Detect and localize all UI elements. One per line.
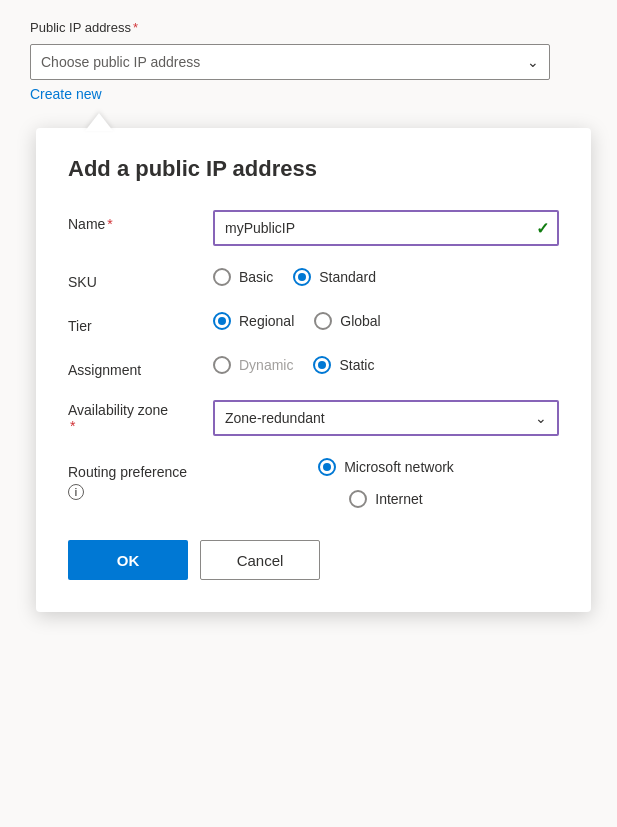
routing-microsoft-label: Microsoft network xyxy=(344,459,454,475)
availability-zone-row: Availability zone * Zone-redundant ⌄ xyxy=(68,400,559,436)
tier-regional-option[interactable]: Regional xyxy=(213,312,294,330)
tier-label: Tier xyxy=(68,312,213,334)
sku-basic-label: Basic xyxy=(239,269,273,285)
routing-info-icon[interactable]: i xyxy=(68,484,84,500)
create-new-link[interactable]: Create new xyxy=(30,86,102,102)
check-icon: ✓ xyxy=(536,219,549,238)
routing-internet-option[interactable]: Internet xyxy=(349,490,422,508)
availability-zone-dropdown[interactable]: Zone-redundant ⌄ xyxy=(213,400,559,436)
sku-row: SKU Basic Standard xyxy=(68,268,559,290)
name-label: Name* xyxy=(68,210,213,232)
tier-global-radio[interactable] xyxy=(314,312,332,330)
availability-chevron-icon: ⌄ xyxy=(535,410,547,426)
availability-zone-controls: Zone-redundant ⌄ xyxy=(213,400,559,436)
name-input[interactable] xyxy=(213,210,559,246)
sku-standard-option[interactable]: Standard xyxy=(293,268,376,286)
assignment-static-option[interactable]: Static xyxy=(313,356,374,374)
tooltip-arrow xyxy=(85,113,113,131)
routing-microsoft-radio[interactable] xyxy=(318,458,336,476)
modal-dialog: Add a public IP address Name* ✓ SKU Basi… xyxy=(36,128,591,612)
routing-microsoft-option[interactable]: Microsoft network xyxy=(318,458,454,476)
routing-preference-label: Routing preference xyxy=(68,464,213,480)
tier-regional-label: Regional xyxy=(239,313,294,329)
routing-internet-radio[interactable] xyxy=(349,490,367,508)
tier-global-label: Global xyxy=(340,313,380,329)
routing-internet-label: Internet xyxy=(375,491,422,507)
assignment-label: Assignment xyxy=(68,356,213,378)
assignment-static-label: Static xyxy=(339,357,374,373)
button-row: OK Cancel xyxy=(68,540,559,580)
public-ip-label: Public IP address* xyxy=(30,20,138,35)
sku-options: Basic Standard xyxy=(213,268,559,286)
ok-button[interactable]: OK xyxy=(68,540,188,580)
tier-global-option[interactable]: Global xyxy=(314,312,380,330)
name-row: Name* ✓ xyxy=(68,210,559,246)
sku-basic-option[interactable]: Basic xyxy=(213,268,273,286)
sku-standard-label: Standard xyxy=(319,269,376,285)
required-star: * xyxy=(133,20,138,35)
assignment-dynamic-radio[interactable] xyxy=(213,356,231,374)
assignment-dynamic-option[interactable]: Dynamic xyxy=(213,356,293,374)
tier-regional-radio[interactable] xyxy=(213,312,231,330)
sku-label: SKU xyxy=(68,268,213,290)
routing-options: Microsoft network Internet xyxy=(213,458,559,508)
sku-standard-radio[interactable] xyxy=(293,268,311,286)
routing-preference-label-wrapper: Routing preference i xyxy=(68,458,213,500)
cancel-button[interactable]: Cancel xyxy=(200,540,320,580)
tier-row: Tier Regional Global xyxy=(68,312,559,334)
availability-zone-label: Availability zone * xyxy=(68,400,213,434)
assignment-static-radio[interactable] xyxy=(313,356,331,374)
availability-zone-value: Zone-redundant xyxy=(225,410,325,426)
public-ip-dropdown[interactable]: Choose public IP address ⌄ xyxy=(30,44,550,80)
sku-basic-radio[interactable] xyxy=(213,268,231,286)
tier-options: Regional Global xyxy=(213,312,559,330)
modal-title: Add a public IP address xyxy=(68,156,559,182)
name-input-wrapper: ✓ xyxy=(213,210,559,246)
name-required-star: * xyxy=(107,216,112,232)
assignment-row: Assignment Dynamic Static xyxy=(68,356,559,378)
public-ip-dropdown-text: Choose public IP address xyxy=(41,54,200,70)
routing-preference-row: Routing preference i Microsoft network I… xyxy=(68,458,559,508)
assignment-dynamic-label: Dynamic xyxy=(239,357,293,373)
assignment-options: Dynamic Static xyxy=(213,356,559,374)
chevron-down-icon: ⌄ xyxy=(527,54,539,70)
